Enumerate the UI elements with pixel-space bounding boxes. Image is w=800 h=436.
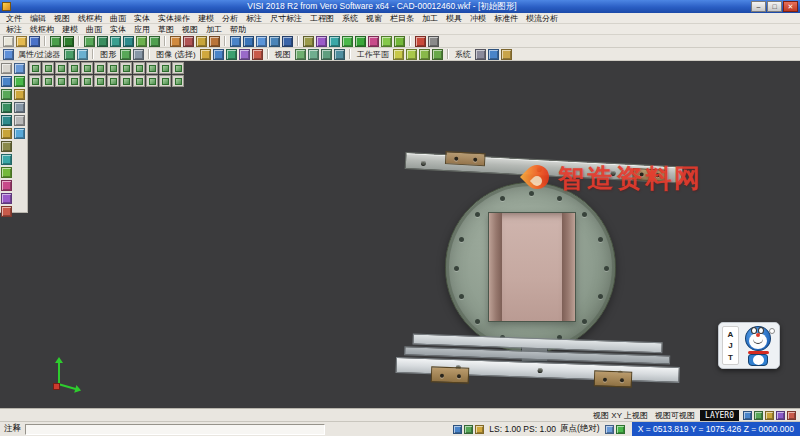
current-view-label[interactable]: 视图 XY 上视图 bbox=[591, 410, 650, 421]
wp-free-icon[interactable] bbox=[432, 49, 443, 60]
zoom-fit-icon[interactable] bbox=[256, 36, 267, 47]
shading-icon[interactable] bbox=[133, 49, 144, 60]
arc-icon[interactable] bbox=[110, 36, 121, 47]
trim-icon[interactable] bbox=[368, 36, 379, 47]
layer-manager-icon[interactable] bbox=[776, 411, 785, 420]
view-rotate-x-icon[interactable] bbox=[55, 75, 67, 87]
zoom-in-icon[interactable] bbox=[230, 36, 241, 47]
sys-help-icon[interactable] bbox=[501, 49, 512, 60]
view-left-icon[interactable] bbox=[133, 62, 145, 74]
view-axon-2-icon[interactable] bbox=[172, 62, 184, 74]
minimize-button[interactable]: – bbox=[751, 1, 766, 12]
ortho-toggle-icon[interactable] bbox=[765, 411, 774, 420]
solid-block-icon[interactable] bbox=[183, 36, 194, 47]
view-top-icon[interactable] bbox=[81, 62, 93, 74]
view-single-icon[interactable] bbox=[133, 75, 145, 87]
redraw-icon[interactable] bbox=[120, 49, 131, 60]
view-iso-ne-icon[interactable] bbox=[29, 62, 41, 74]
menu-item-5[interactable]: 应用 bbox=[130, 24, 154, 35]
snap-mode-icon[interactable] bbox=[453, 425, 462, 434]
unlock-icon[interactable] bbox=[14, 115, 25, 126]
menu-item-1[interactable]: 编辑 bbox=[26, 13, 50, 24]
view-normal-icon[interactable] bbox=[120, 75, 132, 87]
spline-icon[interactable] bbox=[136, 36, 147, 47]
view-rotate-z-icon[interactable] bbox=[81, 75, 93, 87]
view-iso-icon[interactable] bbox=[295, 49, 306, 60]
rotate-view-icon[interactable] bbox=[282, 36, 293, 47]
zoom-out-icon[interactable] bbox=[243, 36, 254, 47]
menu-item-9[interactable]: 帮助 bbox=[226, 24, 250, 35]
line-icon[interactable] bbox=[97, 36, 108, 47]
view-next-icon[interactable] bbox=[107, 75, 119, 87]
menu-item-6[interactable]: 实体操作 bbox=[154, 13, 194, 24]
menu-item-6[interactable]: 草图 bbox=[154, 24, 178, 35]
model-clamp-tab-left[interactable] bbox=[431, 366, 470, 383]
delete-icon[interactable] bbox=[415, 36, 426, 47]
absolute-relative-toggle-icon[interactable] bbox=[605, 425, 614, 434]
open-file-icon[interactable] bbox=[16, 36, 27, 47]
view-rotate-y-icon[interactable] bbox=[68, 75, 80, 87]
grid-toggle-icon[interactable] bbox=[743, 411, 752, 420]
select-icon[interactable] bbox=[1, 63, 12, 74]
menu-item-7[interactable]: 视图 bbox=[178, 24, 202, 35]
snap-intersection-icon[interactable] bbox=[1, 128, 12, 139]
view-dynamic-icon[interactable] bbox=[334, 49, 345, 60]
menu-item-8[interactable]: 分析 bbox=[218, 13, 242, 24]
select-all-icon[interactable] bbox=[200, 49, 211, 60]
select-filter-icon[interactable] bbox=[3, 49, 14, 60]
model-bottom-rails[interactable] bbox=[395, 333, 681, 393]
view-iso-sw-icon[interactable] bbox=[68, 62, 80, 74]
view-save-icon[interactable] bbox=[159, 75, 171, 87]
select-box-icon[interactable] bbox=[213, 49, 224, 60]
view-bottom-icon[interactable] bbox=[94, 62, 106, 74]
menu-item-2[interactable]: 建模 bbox=[58, 24, 82, 35]
chamfer-icon[interactable] bbox=[394, 36, 405, 47]
view-back-icon[interactable] bbox=[120, 62, 132, 74]
snap-tangent-icon[interactable] bbox=[1, 167, 12, 178]
attributes-icon[interactable] bbox=[64, 49, 75, 60]
isolate-icon[interactable] bbox=[14, 89, 25, 100]
sys-settings-icon[interactable] bbox=[475, 49, 486, 60]
menu-item-15[interactable]: 加工 bbox=[418, 13, 442, 24]
menu-item-4[interactable]: 实体 bbox=[106, 24, 130, 35]
pan-icon[interactable] bbox=[269, 36, 280, 47]
menu-item-7[interactable]: 建模 bbox=[194, 13, 218, 24]
wp-zx-icon[interactable] bbox=[419, 49, 430, 60]
snap-quadrant-icon[interactable] bbox=[1, 154, 12, 165]
view-previous-icon[interactable] bbox=[94, 75, 106, 87]
view-axon-4-icon[interactable] bbox=[42, 75, 54, 87]
coord-mode-icon[interactable] bbox=[464, 425, 473, 434]
menu-item-16[interactable]: 模具 bbox=[442, 13, 466, 24]
refresh-icon[interactable] bbox=[14, 128, 25, 139]
view-restore-icon[interactable] bbox=[172, 75, 184, 87]
save-icon[interactable] bbox=[29, 36, 40, 47]
menu-item-9[interactable]: 标注 bbox=[242, 13, 266, 24]
snap-end-icon[interactable] bbox=[1, 89, 12, 100]
active-layer-badge[interactable]: LAYER0 bbox=[700, 410, 739, 421]
ortho-icon[interactable] bbox=[1, 193, 12, 204]
snap-grid-icon[interactable] bbox=[1, 141, 12, 152]
menu-item-3[interactable]: 线框构 bbox=[74, 13, 106, 24]
snap-center-icon[interactable] bbox=[1, 115, 12, 126]
snap-perpendicular-icon[interactable] bbox=[1, 180, 12, 191]
maximize-button[interactable]: □ bbox=[767, 1, 782, 12]
view-top-icon[interactable] bbox=[308, 49, 319, 60]
fillet-icon[interactable] bbox=[381, 36, 392, 47]
view-multi-icon[interactable] bbox=[146, 75, 158, 87]
revolve-icon[interactable] bbox=[209, 36, 220, 47]
hide-icon[interactable] bbox=[14, 63, 25, 74]
menu-item-5[interactable]: 实体 bbox=[130, 13, 154, 24]
menu-item-13[interactable]: 视窗 bbox=[362, 13, 386, 24]
undo-icon[interactable] bbox=[50, 36, 61, 47]
point-icon[interactable] bbox=[84, 36, 95, 47]
view-right-icon[interactable] bbox=[146, 62, 158, 74]
wp-xy-icon[interactable] bbox=[393, 49, 404, 60]
menu-item-0[interactable]: 标注 bbox=[2, 24, 26, 35]
viewport-3d[interactable]: 智造资料网 AJT bbox=[0, 61, 800, 408]
layers-icon[interactable] bbox=[303, 36, 314, 47]
mirror-icon[interactable] bbox=[342, 36, 353, 47]
tracking-toggle-icon[interactable] bbox=[616, 425, 625, 434]
units-icon[interactable] bbox=[787, 411, 796, 420]
menu-item-2[interactable]: 视图 bbox=[50, 13, 74, 24]
menu-item-14[interactable]: 栏目条 bbox=[386, 13, 418, 24]
